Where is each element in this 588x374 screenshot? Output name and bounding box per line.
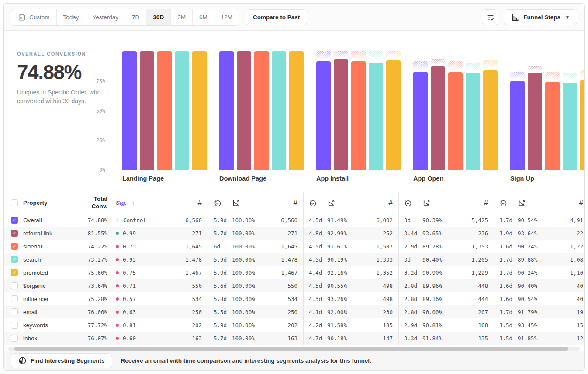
- funnel-bar-referral-link-step5[interactable]: [528, 73, 542, 170]
- funnel-bar-promoted-step1[interactable]: [192, 51, 207, 170]
- range-label: 3M: [177, 14, 186, 21]
- conversion-rate-value: 91.79%: [518, 309, 554, 315]
- step-group-4-cells: 3.2d90.90%1,229: [398, 266, 494, 279]
- time-to-convert-value: 5.7d: [208, 335, 232, 342]
- step1-count: 1,645: [170, 243, 208, 250]
- step-group-2-cells: 5.9d100.00%1,467: [208, 266, 303, 279]
- total-conversion-value: 74.22%: [78, 243, 111, 250]
- sig-value: 0.75: [123, 269, 136, 276]
- conversion-rate-value: 89.88%: [518, 256, 554, 263]
- footer-bar: Find Interesting Segments Receive an ema…: [4, 351, 584, 370]
- conversion-rate-value: 90.81%: [422, 322, 459, 329]
- table-row-search: ✓search73.27%0.931,4785.9d100.00%1,4784.…: [4, 253, 584, 266]
- step-group-3-cells: 4.1d92.00%230: [303, 305, 398, 318]
- compare-to-past-button[interactable]: Compare to Past: [246, 9, 307, 25]
- funnel-bar-Overall-step3[interactable]: [316, 61, 331, 170]
- range-button-12m[interactable]: 12M: [214, 9, 239, 25]
- time-to-convert-value: 2.9d: [399, 243, 422, 250]
- range-button-30d[interactable]: 30D: [146, 9, 171, 25]
- converted-count-value: 1,467: [269, 269, 303, 276]
- funnel-bar-Overall-step4[interactable]: [413, 72, 428, 170]
- funnel-bar-sidebar-step3[interactable]: [351, 61, 366, 170]
- list-options-button[interactable]: [482, 9, 498, 25]
- funnel-bar-promoted-step4[interactable]: [483, 70, 498, 170]
- funnel-bar-Overall-step1[interactable]: [122, 51, 137, 170]
- row-checkbox-inbox[interactable]: [11, 335, 18, 342]
- conversion-rate-icon: [518, 199, 554, 207]
- time-to-convert-value: 1.7d: [494, 256, 518, 263]
- funnel-report-page: CustomTodayYesterday7D30D3M6M12M Compare…: [0, 0, 588, 374]
- range-label: Today: [63, 14, 79, 21]
- funnel-bar-Overall-step2[interactable]: [219, 51, 234, 170]
- funnel-bar-sidebar-step5[interactable]: [545, 82, 560, 170]
- funnel-bar-referral-link-step1[interactable]: [140, 51, 154, 170]
- funnel-bar-promoted-step5[interactable]: [580, 80, 584, 170]
- row-checkbox-organic[interactable]: [11, 282, 18, 289]
- row-checkbox-email[interactable]: [11, 308, 18, 315]
- time-to-convert-value: 4.5d: [304, 256, 327, 263]
- row-checkbox-search[interactable]: ✓: [11, 256, 18, 263]
- funnel-bar-search-step3[interactable]: [369, 63, 383, 170]
- funnel-bar-referral-link-step3[interactable]: [334, 59, 348, 170]
- converted-count-value: 5,425: [459, 217, 494, 224]
- funnel-bar-referral-link-step4[interactable]: [431, 66, 445, 170]
- converted-count-value: 250: [269, 309, 303, 315]
- step-group-2-cells: 5.8d100.00%534: [208, 292, 303, 305]
- horizontal-scrollbar-track[interactable]: [8, 347, 580, 351]
- row-checkbox-Overall[interactable]: ✓: [11, 217, 18, 224]
- sig-value: 0.60: [123, 335, 136, 342]
- funnel-bar-sidebar-step2[interactable]: [254, 51, 269, 170]
- range-button-6m[interactable]: 6M: [193, 9, 214, 25]
- range-button-3m[interactable]: 3M: [171, 9, 193, 25]
- step-label-sign-up: Sign Up: [510, 175, 534, 182]
- sig-value: 0.81: [123, 322, 136, 329]
- range-button-custom[interactable]: Custom: [11, 9, 57, 25]
- property-label: promoted: [23, 269, 78, 276]
- sig-column-header[interactable]: Sig. ↑: [111, 199, 170, 206]
- funnel-bar-referral-link-step2[interactable]: [237, 51, 251, 170]
- row-checkbox-referral-link[interactable]: ✓: [11, 230, 18, 237]
- range-button-7d[interactable]: 7D: [125, 9, 146, 25]
- horizontal-scrollbar-thumb[interactable]: [14, 347, 568, 351]
- find-interesting-segments-button[interactable]: Find Interesting Segments: [11, 353, 112, 368]
- converted-count-value: 230: [364, 309, 398, 315]
- sig-group-cells: 0.63250: [111, 305, 208, 318]
- time-to-convert-value: 4.1d: [304, 309, 327, 315]
- converted-count-value: 6,002: [364, 217, 398, 224]
- row-checkbox-influencer[interactable]: [11, 295, 18, 302]
- time-to-convert-value: 4.3d: [304, 296, 327, 302]
- step-group-2-cells: 5.7d100.00%271: [208, 227, 303, 240]
- time-to-convert-value: 4.8d: [304, 230, 327, 237]
- sig-cell: 0.63: [111, 309, 170, 315]
- conversion-rate-value: 100.00%: [232, 243, 269, 250]
- select-all-checkbox[interactable]: −: [11, 199, 18, 206]
- y-axis-tick-label: 75%: [85, 78, 105, 84]
- funnel-bar-sidebar-step4[interactable]: [448, 72, 463, 170]
- row-checkbox-keywords[interactable]: [11, 322, 18, 329]
- sig-value: 0.57: [123, 296, 136, 302]
- funnel-bar-search-step1[interactable]: [175, 51, 189, 170]
- total-conv-column-header: TotalConv.: [78, 196, 111, 210]
- time-to-convert-value: 6d: [208, 243, 232, 250]
- view-selector-dropdown[interactable]: Funnel Steps ▼: [504, 9, 577, 25]
- range-button-yesterday[interactable]: Yesterday: [86, 9, 126, 25]
- total-conversion-value: 76.00%: [78, 309, 111, 315]
- sig-dot-pink: [116, 271, 119, 274]
- table-row-email: email76.00%0.632505.5d100.00%2504.1d92.0…: [4, 305, 584, 318]
- table-row-influencer: influencer75.28%0.575345.8d100.00%5344.3…: [4, 292, 584, 305]
- step-group-2-cells: 5.9d100.00%202: [208, 318, 303, 332]
- time-to-convert-value: 3d: [399, 256, 422, 263]
- range-button-today[interactable]: Today: [57, 9, 86, 25]
- funnel-bar-search-step4[interactable]: [466, 73, 480, 170]
- sig-value: 0.93: [123, 256, 136, 263]
- conversion-rate-value: 93.64%: [518, 230, 554, 237]
- row-checkbox-promoted[interactable]: ✓: [11, 269, 18, 276]
- funnel-bar-sidebar-step1[interactable]: [157, 51, 172, 170]
- funnel-bar-search-step5[interactable]: [563, 83, 577, 170]
- funnel-bar-promoted-step3[interactable]: [386, 60, 401, 170]
- funnel-bar-Overall-step5[interactable]: [510, 81, 525, 170]
- time-to-convert-value: 5.5d: [208, 309, 232, 315]
- funnel-bar-search-step2[interactable]: [272, 51, 286, 170]
- row-checkbox-sidebar[interactable]: ✓: [11, 243, 18, 250]
- funnel-bar-promoted-step2[interactable]: [289, 51, 304, 170]
